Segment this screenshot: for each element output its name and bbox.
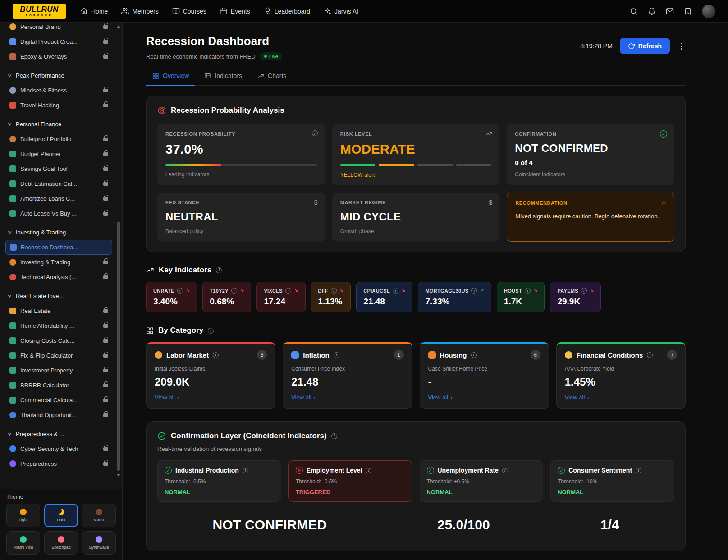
- info-icon[interactable]: i: [334, 352, 339, 358]
- search-icon: [630, 7, 638, 15]
- theme-matrix-button[interactable]: Matrix: [82, 504, 116, 527]
- lock-icon: [103, 354, 108, 358]
- view-all-link[interactable]: View all›: [428, 394, 540, 401]
- risk-segment: [456, 164, 492, 166]
- info-icon: i: [471, 288, 477, 294]
- sidebar-item-cyber-security[interactable]: Cyber Security & Tech: [5, 441, 112, 456]
- sidebar-item-label: Cyber Security & Tech: [20, 445, 78, 452]
- scroll-down-arrow[interactable]: [117, 474, 120, 477]
- info-icon[interactable]: i: [502, 468, 508, 473]
- sidebar-scrollbar[interactable]: [116, 24, 121, 477]
- theme-dark-button[interactable]: Dark: [44, 504, 78, 527]
- trend-down-icon: ↘: [186, 288, 190, 294]
- live-badge: Live: [260, 52, 282, 60]
- sidebar-section-personal-finance[interactable]: Personal Finance: [5, 116, 112, 132]
- info-icon[interactable]: i: [208, 328, 214, 334]
- search-button[interactable]: [630, 7, 638, 15]
- messages-button[interactable]: [666, 7, 674, 15]
- x-circle-icon: ×: [296, 467, 303, 474]
- indicator-unrate[interactable]: UNRATEi↘ 3.40%: [146, 282, 197, 312]
- sidebar-item-investment-property[interactable]: Investment Property...: [5, 363, 112, 378]
- nav-item-home[interactable]: Home: [76, 4, 112, 18]
- lock-icon: [103, 138, 108, 141]
- theme-sketchpad-button[interactable]: Sketchpad: [44, 531, 78, 555]
- sidebar-item-closing-costs[interactable]: Closing Costs Calc...: [5, 333, 112, 348]
- sidebar-item-mindset-fitness[interactable]: Mindset & Fitness: [5, 83, 112, 98]
- indicator-houst[interactable]: HOUSTi↘ 1.7K: [497, 282, 545, 312]
- sidebar-item-technical-analysis[interactable]: Technical Analysis (...: [5, 270, 112, 285]
- lock-icon: [103, 462, 108, 466]
- theme-synthwave-button[interactable]: Synthwave: [82, 531, 116, 555]
- sidebar-item-thailand-opportunity[interactable]: Thailand Opportunit...: [5, 408, 112, 422]
- scroll-up-arrow[interactable]: [117, 25, 120, 28]
- nav-item-jarvis-ai[interactable]: Jarvis AI: [319, 4, 363, 18]
- lock-icon: [103, 324, 108, 328]
- nav-item-leaderboard[interactable]: Leaderboard: [259, 4, 315, 18]
- info-icon[interactable]: i: [216, 267, 222, 273]
- sidebar-section-preparedness[interactable]: Preparedness & ...: [5, 426, 112, 441]
- category-count-badge: 7: [667, 350, 677, 360]
- sidebar-item-fix-flip[interactable]: Fix & Flip Calculator: [5, 348, 112, 363]
- bookmarks-button[interactable]: [684, 7, 692, 15]
- info-icon[interactable]: i: [471, 352, 477, 358]
- pepper-icon: [9, 274, 16, 280]
- confirmation-value: NOT CONFIRMED: [515, 142, 666, 155]
- sidebar-item-personal-brand[interactable]: Personal Brand: [5, 19, 112, 34]
- sidebar-item-investing-trading[interactable]: Investing & Trading: [5, 255, 112, 270]
- info-icon[interactable]: i: [243, 468, 248, 473]
- avatar[interactable]: [702, 5, 715, 18]
- sidebar-item-brrrr-calculator[interactable]: BRRRR Calculator: [5, 378, 112, 393]
- indicator-payems[interactable]: PAYEMSi↘ 29.9K: [550, 282, 601, 312]
- more-options-button[interactable]: [677, 43, 686, 50]
- theme-miami-vice-button[interactable]: Miami Vice: [6, 531, 40, 555]
- indicator-dff[interactable]: DFFi↘ 1.13%: [311, 282, 351, 312]
- sidebar-section-peak-performance[interactable]: Peak Performance: [5, 68, 112, 83]
- info-icon[interactable]: i: [366, 468, 371, 473]
- sidebar-item-travel-hacking[interactable]: Travel Hacking: [5, 98, 112, 113]
- indicator-vixcls[interactable]: VIXCLSi↘ 17.24: [256, 282, 305, 312]
- info-icon[interactable]: i: [647, 352, 653, 358]
- nav-item-events[interactable]: Events: [215, 4, 255, 18]
- sidebar-item-savings-goal[interactable]: Savings Goal Tool: [5, 161, 112, 176]
- nav-item-courses[interactable]: Courses: [168, 4, 211, 18]
- theme-light-button[interactable]: Light: [6, 504, 40, 527]
- scrollbar-thumb[interactable]: [117, 222, 120, 471]
- info-icon[interactable]: i: [312, 130, 318, 136]
- sidebar-item-label: Investment Property...: [20, 367, 77, 374]
- sidebar-item-auto-lease-vs-buy[interactable]: Auto Lease Vs Buy ...: [5, 206, 112, 221]
- confirmation-tile: CONFIRMATION ✓ NOT CONFIRMED 0 of 4 Coin…: [507, 124, 674, 185]
- sidebar-item-digital-product[interactable]: Digital Product Crea...: [5, 34, 112, 49]
- view-all-link[interactable]: View all›: [155, 394, 267, 401]
- tab-overview[interactable]: Overview: [146, 68, 195, 86]
- view-all-link[interactable]: View all›: [291, 394, 403, 401]
- sidebar-section-real-estate[interactable]: Real Estate Inve...: [5, 288, 112, 303]
- view-all-link[interactable]: View all›: [565, 394, 677, 401]
- refresh-button[interactable]: Refresh: [620, 38, 670, 54]
- indicator-mortgage30us[interactable]: MORTGAGE30USi↗ 7.33%: [418, 282, 491, 312]
- sidebar-item-debt-estimation[interactable]: Debt Estimation Cal...: [5, 176, 112, 191]
- sidebar-item-label: Recession Dashboa...: [21, 244, 78, 251]
- indicator-cpiaucsl[interactable]: CPIAUCSLi↘ 21.48: [356, 282, 412, 312]
- info-icon[interactable]: i: [636, 468, 641, 473]
- logo[interactable]: BULLRUN FOREVER: [13, 4, 66, 19]
- sidebar-section-investing-trading[interactable]: Investing & Trading: [5, 225, 112, 240]
- sun-icon: [20, 509, 27, 515]
- sidebar-item-commercial-calculator[interactable]: Commercial Calcula...: [5, 393, 112, 408]
- sidebar-item-real-estate[interactable]: Real Estate: [5, 303, 112, 318]
- sidebar-item-recession-dashboard[interactable]: Recession Dashboa...: [5, 240, 112, 255]
- sidebar-item-bulletproof-portfolio[interactable]: Bulletproof Portfolio: [5, 132, 112, 147]
- matrix-theme-icon: [96, 509, 102, 515]
- sidebar-item-preparedness[interactable]: Preparedness: [5, 456, 112, 471]
- indicator-t10y2y[interactable]: T10Y2Yi↘ 0.68%: [202, 282, 251, 312]
- tab-indicators[interactable]: Indicators: [198, 68, 248, 86]
- tab-charts[interactable]: Charts: [251, 68, 293, 86]
- sidebar-item-label: Savings Goal Tool: [20, 165, 68, 172]
- notifications-button[interactable]: [648, 7, 656, 15]
- sidebar-item-budget-planner[interactable]: Budget Planner: [5, 147, 112, 161]
- sidebar-item-amortized-loans[interactable]: Amortized Loans C...: [5, 191, 112, 206]
- info-icon[interactable]: i: [331, 433, 337, 439]
- sidebar-item-epoxy-overlays[interactable]: Epoxy & Overlays: [5, 49, 112, 64]
- sidebar-item-home-affordability[interactable]: Home Affordability ...: [5, 318, 112, 333]
- info-icon[interactable]: i: [213, 352, 219, 358]
- nav-item-members[interactable]: Members: [117, 4, 163, 18]
